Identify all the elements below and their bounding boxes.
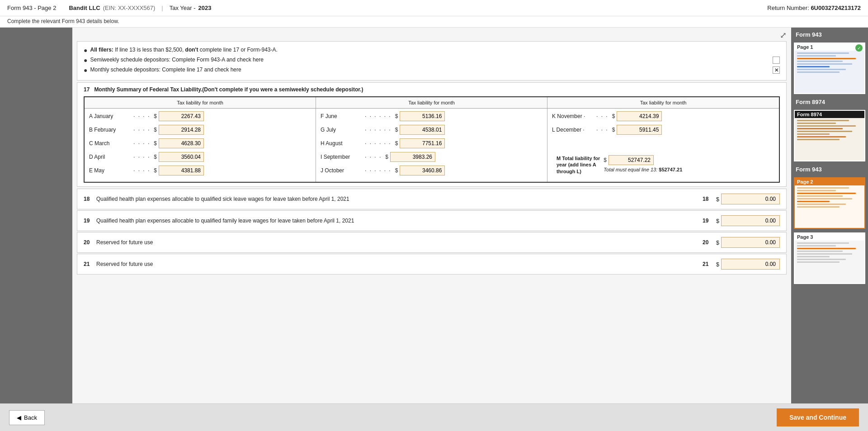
month-row-B: B February · · · · $ <box>89 125 311 135</box>
line-21-row: 21 Reserved for future use 21 $ <box>77 254 787 275</box>
month-dots-K: · · · <box>596 113 609 119</box>
m-total-label: M Total liability for year (add lines A … <box>557 155 600 175</box>
semiweekly-checkbox[interactable] <box>773 57 780 64</box>
input-may[interactable] <box>159 166 204 175</box>
line-20-number: 20 <box>84 239 93 246</box>
input-october[interactable] <box>400 166 445 175</box>
input-row-I: $ <box>385 152 435 162</box>
expand-icon[interactable]: ⤢ <box>780 30 787 40</box>
dollar-D: $ <box>154 154 157 160</box>
bullets-section: ● All filers: If line 13 is less than $2… <box>77 41 787 81</box>
input-november[interactable] <box>617 111 662 121</box>
input-january[interactable] <box>159 111 204 121</box>
right-sidebar: Form 943 Page 1 ✓ Form 8974 <box>791 28 868 403</box>
month-dots-I: · · · · <box>365 154 382 160</box>
input-line20[interactable] <box>721 237 780 248</box>
bullet-all-filers: ● All filers: If line 13 is less than $2… <box>84 46 780 54</box>
expand-icon-container: ⤢ <box>72 28 791 41</box>
dollar-B: $ <box>154 127 157 133</box>
page1-check-icon: ✓ <box>855 44 863 52</box>
bullet-text-2: Semiweekly schedule depositors: Complete… <box>90 56 770 64</box>
month-row-D: D April · · · · $ <box>89 152 311 162</box>
header: Form 943 - Page 2 Bandit LLC (EIN: XX-XX… <box>0 0 868 16</box>
card-label-page2: Page 2 <box>795 178 864 185</box>
input-row-B: $ <box>154 125 204 135</box>
col-header-1: Tax liability for month <box>85 97 316 108</box>
dollar-J: $ <box>395 167 398 174</box>
input-august[interactable] <box>400 138 445 148</box>
input-september[interactable] <box>390 152 435 162</box>
month-dots-D: · · · · <box>133 154 150 160</box>
month-label-B: B February <box>89 127 130 133</box>
month-label-K: K November · <box>552 113 593 119</box>
month-dots-B: · · · · <box>133 127 150 133</box>
dollar-E: $ <box>154 167 157 174</box>
month-dots-L: · · · <box>596 127 609 133</box>
form-area[interactable]: ⤢ ● All filers: If line 13 is less than … <box>72 28 791 403</box>
dollar-21: $ <box>716 261 719 268</box>
return-number-label: Return Number: <box>767 5 809 11</box>
month-row-C: C March · · · · $ <box>89 138 311 148</box>
input-row-G: $ <box>395 125 445 135</box>
dollar-C: $ <box>154 140 157 147</box>
input-line19[interactable] <box>721 215 780 226</box>
month-col-2: F June · · · · · · $ G July · · · · · · <box>316 109 547 182</box>
month-row-K: K November · · · · $ <box>552 111 774 121</box>
sidebar-card-page3[interactable]: Page 3 <box>794 232 865 284</box>
bullet-semiweekly: ● Semiweekly schedule depositors: Comple… <box>84 56 780 64</box>
card-label-page3: Page 3 <box>795 233 864 241</box>
sidebar-card-page2[interactable]: Page 2 <box>794 177 865 229</box>
sidebar-title-2: Form 8974 <box>794 98 865 106</box>
dollar-K: $ <box>612 113 615 119</box>
sidebar-card-page1[interactable]: Page 1 ✓ <box>794 43 865 94</box>
dollar-M: $ <box>604 157 607 163</box>
monthly-checkbox[interactable]: ✕ <box>773 66 780 74</box>
month-dots-C: · · · · <box>133 140 150 147</box>
input-december[interactable] <box>617 125 662 135</box>
month-col-3: K November · · · · $ L December · <box>547 109 779 182</box>
company-name: Bandit LLC <box>69 5 100 11</box>
input-march[interactable] <box>159 138 204 148</box>
line-21-ref: 21 <box>699 261 712 267</box>
month-label-D: D April <box>89 154 130 160</box>
dollar-L: $ <box>612 127 615 133</box>
line-20-ref: 20 <box>699 239 712 246</box>
bullet-text-1: All filers: If line 13 is less than $2,5… <box>90 46 780 54</box>
input-april[interactable] <box>159 152 204 162</box>
dollar-F: $ <box>395 113 398 119</box>
input-line21[interactable] <box>721 259 780 270</box>
input-total[interactable] <box>609 155 654 165</box>
sidebar-title-1: Form 943 <box>794 30 865 39</box>
input-line18[interactable] <box>721 194 780 204</box>
col-header-3: Tax liability for month <box>547 97 779 108</box>
input-row-C: $ <box>154 138 204 148</box>
form-content: ⤢ ● All filers: If line 13 is less than … <box>72 28 791 403</box>
dollar-G: $ <box>395 127 398 133</box>
input-row-A: $ <box>154 111 204 121</box>
left-gray-panel <box>0 28 72 403</box>
month-row-G: G July · · · · · · $ <box>321 125 542 135</box>
subtitle-bar: Complete the relevant Form 943 details b… <box>0 16 868 28</box>
line-21-input-container: $ <box>716 259 780 270</box>
line-21-desc: Reserved for future use <box>96 261 695 267</box>
footer: ◀ Back Save and Continue <box>0 403 868 431</box>
input-july[interactable] <box>400 125 445 135</box>
bullet-text-3: Monthly schedule depositors: Complete li… <box>90 66 770 74</box>
back-button[interactable]: ◀ Back <box>9 410 45 425</box>
bullet-dot-2: ● <box>84 57 87 64</box>
back-arrow-icon: ◀ <box>17 414 21 421</box>
input-june[interactable] <box>400 111 445 121</box>
month-row-I: I September · · · · $ <box>321 152 542 162</box>
sidebar-card-form8974[interactable]: Form 8974 <box>794 110 865 161</box>
month-label-G: G July <box>321 127 361 133</box>
month-dots-E: · · · · <box>133 167 150 174</box>
month-label-A: A January <box>89 113 130 119</box>
month-dots-H: · · · · · · <box>365 140 392 147</box>
dollar-18: $ <box>716 196 719 203</box>
month-label-E: E May <box>89 167 130 174</box>
input-february[interactable] <box>159 125 204 135</box>
save-continue-button[interactable]: Save and Continue <box>777 408 859 426</box>
month-label-I: I September <box>321 154 361 160</box>
month-dots-G: · · · · · · <box>365 127 392 133</box>
line-20-input-container: $ <box>716 237 780 248</box>
